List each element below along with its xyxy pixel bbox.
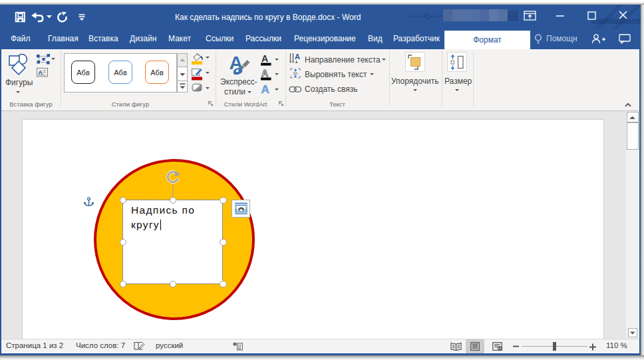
svg-text:A: A bbox=[261, 68, 268, 79]
svg-text:A: A bbox=[261, 54, 268, 64]
svg-text:A: A bbox=[261, 83, 269, 95]
svg-text:A: A bbox=[295, 53, 300, 61]
